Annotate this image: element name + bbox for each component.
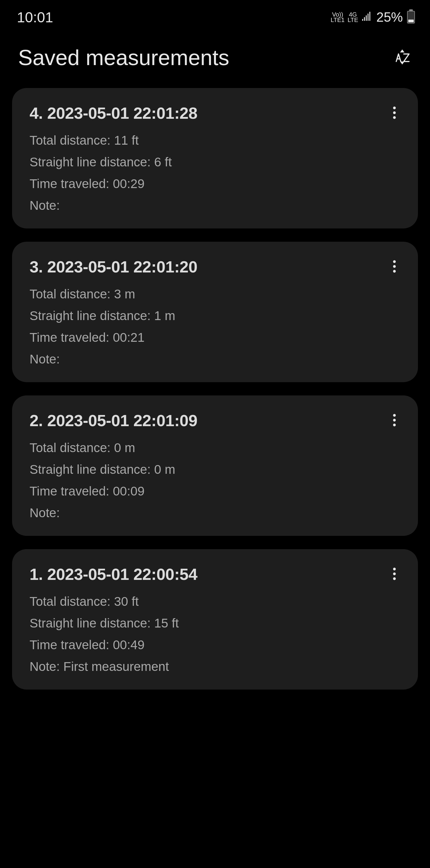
note-line: Note:: [30, 352, 401, 367]
time-traveled-line: Time traveled: 00:21: [30, 330, 401, 345]
page-title: Saved measurements: [18, 45, 229, 70]
svg-point-11: [393, 578, 396, 580]
sort-az-icon: [393, 48, 411, 67]
svg-point-7: [393, 419, 396, 422]
measurement-card[interactable]: 2. 2023-05-01 22:01:09 Total distance: 0…: [12, 396, 418, 536]
more-vertical-icon: [392, 413, 397, 429]
note-line: Note:: [30, 198, 401, 213]
measurement-card[interactable]: 3. 2023-05-01 22:01:20 Total distance: 3…: [12, 242, 418, 382]
total-distance-line: Total distance: 30 ft: [30, 594, 401, 609]
status-icons: Vo)) LTE1 4G LTE: [331, 11, 372, 24]
measurement-card[interactable]: 1. 2023-05-01 22:00:54 Total distance: 3…: [12, 549, 418, 689]
network-4g-icon: 4G LTE: [348, 12, 358, 23]
total-distance-line: Total distance: 0 m: [30, 441, 401, 455]
straight-distance-line: Straight line distance: 1 m: [30, 309, 401, 323]
battery-icon: [407, 11, 415, 24]
svg-point-8: [393, 424, 396, 427]
more-vertical-icon: [392, 259, 397, 275]
total-distance-line: Total distance: 11 ft: [30, 133, 401, 148]
card-more-button[interactable]: [388, 411, 401, 430]
battery-percent: 25%: [376, 10, 403, 25]
note-line: Note:: [30, 506, 401, 520]
measurement-card[interactable]: 4. 2023-05-01 22:01:28 Total distance: 1…: [12, 88, 418, 228]
more-vertical-icon: [392, 567, 397, 582]
card-more-button[interactable]: [388, 565, 401, 584]
status-right: Vo)) LTE1 4G LTE 25%: [331, 10, 415, 25]
volte-icon: Vo)) LTE1: [331, 12, 344, 23]
time-traveled-line: Time traveled: 00:09: [30, 484, 401, 498]
time-traveled-line: Time traveled: 00:29: [30, 177, 401, 191]
svg-point-1: [393, 112, 396, 114]
signal-icon: [361, 11, 372, 24]
card-title: 3. 2023-05-01 22:01:20: [30, 257, 197, 276]
card-title: 1. 2023-05-01 22:00:54: [30, 565, 197, 584]
svg-point-3: [393, 260, 396, 263]
more-vertical-icon: [392, 105, 397, 121]
note-line: Note: First measurement: [30, 659, 401, 674]
svg-point-9: [393, 568, 396, 570]
svg-point-5: [393, 270, 396, 273]
total-distance-line: Total distance: 3 m: [30, 287, 401, 301]
card-more-button[interactable]: [388, 257, 401, 277]
card-title: 2. 2023-05-01 22:01:09: [30, 411, 197, 430]
straight-distance-line: Straight line distance: 6 ft: [30, 155, 401, 169]
svg-point-6: [393, 414, 396, 417]
status-time: 10:01: [17, 9, 53, 26]
svg-point-10: [393, 572, 396, 575]
sort-button[interactable]: [392, 47, 413, 68]
card-more-button[interactable]: [388, 104, 401, 123]
app-header: Saved measurements: [0, 30, 430, 79]
measurement-list: 4. 2023-05-01 22:01:28 Total distance: 1…: [0, 79, 430, 689]
status-bar: 10:01 Vo)) LTE1 4G LTE 25%: [0, 0, 430, 30]
card-title: 4. 2023-05-01 22:01:28: [30, 104, 197, 122]
svg-point-2: [393, 116, 396, 119]
time-traveled-line: Time traveled: 00:49: [30, 638, 401, 652]
straight-distance-line: Straight line distance: 15 ft: [30, 616, 401, 630]
straight-distance-line: Straight line distance: 0 m: [30, 462, 401, 477]
svg-point-4: [393, 265, 396, 268]
svg-point-0: [393, 107, 396, 110]
